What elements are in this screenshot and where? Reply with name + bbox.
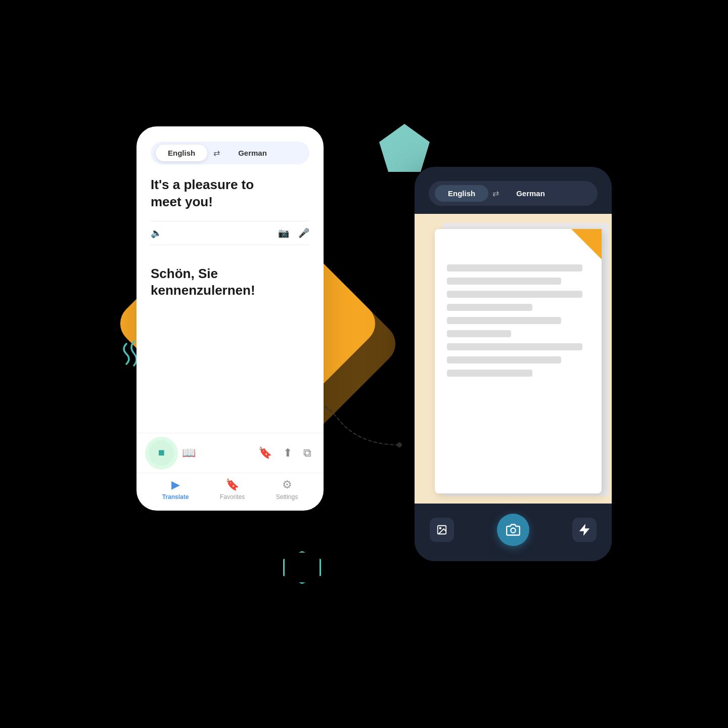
- mic-icon[interactable]: 🎤: [298, 228, 309, 239]
- share-icon[interactable]: ⬆: [283, 446, 292, 460]
- bottom-toolbar: ⏹ 📖 🔖 ⬆ ⧉: [136, 433, 324, 473]
- nav-settings[interactable]: ⚙ Settings: [276, 478, 298, 500]
- doc-line-7: [447, 343, 582, 350]
- speaker-icon[interactable]: 🔈: [151, 228, 162, 239]
- svg-point-3: [439, 527, 441, 529]
- toolbar-right-icons: 🔖 ⬆ ⧉: [258, 446, 311, 460]
- doc-line-2: [447, 278, 561, 285]
- svg-point-4: [511, 528, 515, 533]
- lang-toggle-left: English ⇄ German: [151, 142, 309, 164]
- translate-nav-icon: ▶: [171, 478, 180, 491]
- camera-icon[interactable]: 📷: [278, 228, 289, 239]
- camera-capture-button[interactable]: [497, 514, 529, 546]
- nav-favorites-label: Favorites: [220, 493, 245, 500]
- lang-toggle-dark: English ⇄ German: [429, 181, 598, 206]
- doc-line-8: [447, 356, 561, 363]
- nav-translate-label: Translate: [162, 493, 189, 500]
- scan-area: [415, 214, 612, 504]
- doc-line-4: [447, 304, 532, 311]
- copy-icon[interactable]: ⧉: [303, 446, 311, 460]
- deco-teal-pentagon: [379, 124, 430, 172]
- doc-card: [435, 229, 602, 493]
- doc-line-1: [447, 264, 582, 271]
- gallery-button[interactable]: [430, 518, 454, 542]
- doc-line-5: [447, 317, 561, 324]
- camera-bar: [415, 504, 612, 561]
- settings-nav-icon: ⚙: [282, 478, 292, 491]
- source-actions: 🔈 📷 🎤: [151, 221, 309, 245]
- nav-settings-label: Settings: [276, 493, 298, 500]
- doc-line-6: [447, 330, 511, 337]
- bookmark-icon[interactable]: 🔖: [258, 446, 272, 460]
- doc-line-9: [447, 370, 532, 377]
- phone-right: English ⇄ German: [415, 167, 612, 561]
- source-text: It's a pleasure to meet you!: [151, 176, 309, 211]
- nav-favorites[interactable]: 🔖 Favorites: [220, 478, 245, 500]
- swap-icon-right[interactable]: ⇄: [492, 189, 499, 198]
- lang-btn-german-left[interactable]: German: [226, 145, 279, 161]
- book-icon[interactable]: 📖: [182, 446, 196, 460]
- svg-point-1: [397, 442, 402, 447]
- swap-icon-left[interactable]: ⇄: [211, 148, 222, 158]
- doc-line-3: [447, 291, 582, 298]
- phone-right-header: English ⇄ German: [415, 167, 612, 214]
- stop-record-button[interactable]: ⏹: [149, 440, 174, 466]
- lang-btn-english-left[interactable]: English: [156, 145, 207, 161]
- phone-left: English ⇄ German It's a pleasure to meet…: [136, 126, 324, 511]
- bottom-nav: ▶ Translate 🔖 Favorites ⚙ Settings: [136, 473, 324, 511]
- deco-teal-hexagon: [283, 551, 321, 584]
- flash-button[interactable]: [572, 518, 597, 542]
- nav-translate[interactable]: ▶ Translate: [162, 478, 189, 500]
- stop-icon: ⏹: [157, 448, 165, 458]
- lang-btn-german-right[interactable]: German: [503, 185, 558, 202]
- favorites-nav-icon: 🔖: [225, 478, 239, 491]
- scene: English ⇄ German It's a pleasure to meet…: [86, 86, 642, 642]
- doc-lines: [435, 229, 602, 387]
- translated-text: Schön, Sie kennenzulernen!: [151, 265, 309, 300]
- svg-marker-5: [580, 525, 589, 534]
- lang-btn-english-right[interactable]: English: [435, 185, 488, 202]
